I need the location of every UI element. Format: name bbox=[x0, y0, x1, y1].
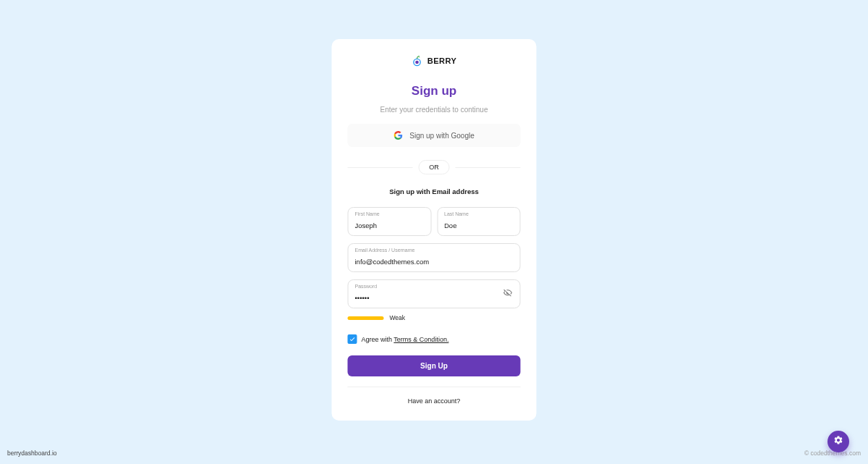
page-title: Sign up bbox=[348, 84, 521, 98]
last-name-label: Last Name bbox=[444, 211, 514, 216]
toggle-password-visibility-button[interactable] bbox=[502, 287, 514, 301]
eye-off-icon bbox=[503, 289, 513, 300]
page-subtitle: Enter your credentials to continue bbox=[348, 106, 521, 114]
svg-point-1 bbox=[415, 61, 419, 64]
footer-left-link[interactable]: berrydashboard.io bbox=[7, 450, 57, 457]
first-name-input[interactable] bbox=[355, 222, 425, 229]
divider-line bbox=[348, 167, 413, 168]
last-name-field[interactable]: Last Name bbox=[437, 207, 521, 236]
check-icon bbox=[349, 336, 356, 342]
terms-link[interactable]: Terms & Condition. bbox=[393, 336, 448, 343]
google-signup-button[interactable]: Sign up with Google bbox=[348, 124, 521, 147]
terms-text: Agree with Terms & Condition. bbox=[362, 336, 449, 343]
signup-button[interactable]: Sign Up bbox=[348, 355, 521, 376]
google-signup-label: Sign up with Google bbox=[409, 132, 475, 140]
last-name-input[interactable] bbox=[444, 222, 514, 229]
signup-card: BERRY Sign up Enter your credentials to … bbox=[332, 39, 537, 421]
email-label: Email Address / Username bbox=[355, 248, 514, 253]
have-account-link[interactable]: Have an account? bbox=[348, 397, 521, 405]
settings-fab[interactable] bbox=[827, 431, 849, 452]
terms-prefix: Agree with bbox=[362, 336, 394, 343]
email-input[interactable] bbox=[355, 258, 514, 266]
password-label: Password bbox=[355, 284, 498, 289]
strength-bar bbox=[348, 316, 384, 320]
gear-icon bbox=[833, 435, 843, 448]
email-field[interactable]: Email Address / Username bbox=[348, 243, 521, 272]
bottom-divider bbox=[348, 387, 521, 387]
password-field[interactable]: Password bbox=[348, 279, 521, 308]
or-chip: OR bbox=[418, 160, 450, 174]
first-name-label: First Name bbox=[355, 211, 425, 216]
terms-row: Agree with Terms & Condition. bbox=[348, 334, 521, 344]
password-strength: Weak bbox=[348, 314, 521, 321]
divider-line bbox=[456, 167, 521, 168]
brand-logo: BERRY bbox=[348, 55, 521, 67]
berry-logo-icon bbox=[412, 55, 423, 67]
terms-checkbox[interactable] bbox=[348, 334, 357, 344]
email-signup-heading: Sign up with Email address bbox=[348, 187, 521, 195]
or-divider: OR bbox=[348, 160, 521, 174]
strength-label: Weak bbox=[390, 314, 406, 321]
first-name-field[interactable]: First Name bbox=[348, 207, 432, 236]
brand-name: BERRY bbox=[427, 56, 457, 65]
password-input[interactable] bbox=[355, 294, 498, 302]
google-icon bbox=[393, 131, 402, 140]
